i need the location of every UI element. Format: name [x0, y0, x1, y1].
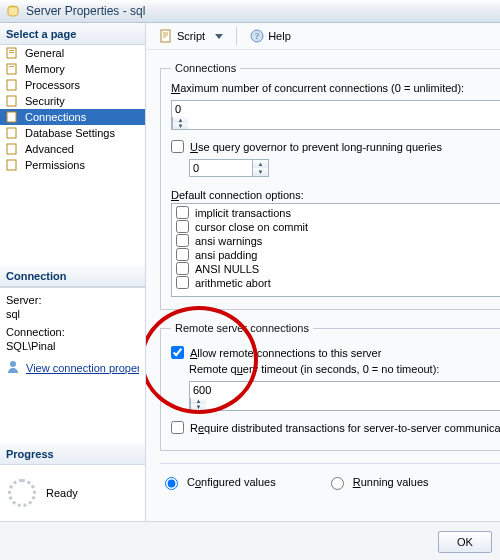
svg-rect-3	[9, 52, 14, 53]
spin-up-icon[interactable]: ▲	[253, 160, 268, 168]
sidebar-item-database-settings[interactable]: Database Settings	[0, 125, 145, 141]
opt-arithmetic-abort[interactable]	[176, 276, 189, 289]
configured-values-input[interactable]	[165, 477, 178, 490]
toolbar: Script ? Help	[146, 23, 500, 50]
svg-rect-10	[7, 144, 16, 154]
sidebar-item-processors[interactable]: Processors	[0, 77, 145, 93]
remote-group: Remote server connections Allow remote c…	[160, 322, 500, 451]
use-query-governor-label: Use query governor to prevent long-runni…	[190, 141, 442, 153]
query-governor-input[interactable]	[190, 160, 252, 176]
remote-timeout-stepper[interactable]: ▲▼	[189, 381, 500, 411]
page-icon	[6, 143, 20, 155]
connection-header: Connection	[0, 265, 145, 287]
sidebar-item-general[interactable]: General	[0, 45, 145, 61]
spin-down-icon[interactable]: ▼	[173, 123, 188, 129]
max-connections-stepper[interactable]: ▲▼	[171, 100, 500, 130]
right-panel: Script ? Help Connections MMaximum numbe…	[146, 23, 500, 521]
page-tree: General Memory Processors Security Conne…	[0, 45, 145, 265]
svg-rect-13	[161, 30, 170, 42]
opt-label: ansi warnings	[195, 235, 262, 247]
help-button[interactable]: ? Help	[245, 26, 296, 46]
sidebar-item-label: Advanced	[25, 143, 74, 155]
allow-remote-checkbox[interactable]	[171, 346, 184, 359]
connection-value: SQL\Pinal	[6, 340, 139, 352]
server-value: sql	[6, 308, 139, 320]
page-icon	[6, 111, 20, 123]
configured-values-label: Configured values	[187, 476, 276, 488]
progress-panel: Ready	[0, 465, 145, 521]
sidebar-item-advanced[interactable]: Advanced	[0, 141, 145, 157]
left-panel: Select a page General Memory Processors …	[0, 23, 146, 521]
page-icon	[6, 159, 20, 171]
use-query-governor-checkbox[interactable]	[171, 140, 184, 153]
require-distributed-checkbox[interactable]	[171, 421, 184, 434]
select-page-header: Select a page	[0, 23, 145, 45]
svg-rect-4	[7, 64, 16, 74]
require-distributed-label: Require distributed transactions for ser…	[190, 422, 500, 434]
chevron-down-icon	[215, 34, 223, 39]
running-values-input[interactable]	[331, 477, 344, 490]
opt-ansi-padding[interactable]	[176, 248, 189, 261]
running-values-radio[interactable]: Running values Running values	[326, 474, 429, 490]
page-icon	[6, 47, 20, 59]
sidebar-item-label: Connections	[25, 111, 86, 123]
opt-ansi-nulls[interactable]	[176, 262, 189, 275]
svg-rect-11	[7, 160, 16, 170]
spin-down-icon[interactable]: ▼	[191, 404, 206, 410]
opt-implicit-transactions[interactable]	[176, 206, 189, 219]
opt-label: ANSI NULLS	[195, 263, 259, 275]
connections-legend: Connections	[171, 62, 240, 74]
svg-rect-5	[9, 66, 14, 67]
sidebar-item-label: Permissions	[25, 159, 85, 171]
remote-timeout-label: Remote query timeout (in seconds, 0 = no…	[189, 363, 500, 375]
view-connection-properties-link[interactable]: View connection properties	[26, 362, 139, 374]
page-icon	[6, 63, 20, 75]
page-icon	[6, 95, 20, 107]
default-options-list[interactable]: implicit transactions cursor close on co…	[171, 203, 500, 297]
dialog-button-bar: OK	[0, 521, 500, 560]
max-connections-label: MMaximum number of concurrent connection…	[171, 82, 500, 94]
spin-down-icon[interactable]: ▼	[253, 168, 268, 176]
help-icon: ?	[250, 29, 264, 43]
page-icon	[6, 79, 20, 91]
script-icon	[159, 29, 173, 43]
help-label: Help	[268, 30, 291, 42]
page-icon	[6, 127, 20, 139]
script-button[interactable]: Script	[154, 26, 228, 46]
content-area: Connections MMaximum number of concurren…	[146, 50, 500, 521]
opt-label: ansi padding	[195, 249, 257, 261]
svg-point-12	[10, 361, 16, 367]
remote-timeout-input[interactable]	[190, 382, 252, 398]
allow-remote-label: Allow remote connections to this server	[190, 347, 381, 359]
svg-rect-9	[7, 128, 16, 138]
window-title: Server Properties - sql	[26, 4, 145, 18]
progress-spinner-icon	[8, 479, 36, 507]
svg-rect-2	[9, 50, 14, 51]
default-options-label: Default connection options: Default conn…	[171, 189, 500, 201]
opt-ansi-warnings[interactable]	[176, 234, 189, 247]
configured-values-radio[interactable]: Configured values Configured values	[160, 474, 276, 490]
script-label: Script	[177, 30, 205, 42]
progress-header: Progress	[0, 443, 145, 465]
opt-cursor-close[interactable]	[176, 220, 189, 233]
server-label: Server:	[6, 294, 139, 306]
connection-label: Connection:	[6, 326, 139, 338]
svg-rect-6	[7, 80, 16, 90]
max-connections-input[interactable]	[172, 101, 234, 117]
ok-button[interactable]: OK	[438, 531, 492, 553]
opt-label: cursor close on commit	[195, 221, 308, 233]
sidebar-item-label: Security	[25, 95, 65, 107]
query-governor-stepper[interactable]: ▲▼	[189, 159, 269, 177]
sidebar-item-connections[interactable]: Connections	[0, 109, 145, 125]
sidebar-item-security[interactable]: Security	[0, 93, 145, 109]
remote-legend: Remote server connections	[171, 322, 313, 334]
running-values-label: Running values	[353, 476, 429, 488]
sidebar-item-label: General	[25, 47, 64, 59]
sidebar-item-label: Memory	[25, 63, 65, 75]
sidebar-item-label: Processors	[25, 79, 80, 91]
opt-label: implicit transactions	[195, 207, 291, 219]
main-layout: Select a page General Memory Processors …	[0, 23, 500, 521]
sidebar-item-permissions[interactable]: Permissions	[0, 157, 145, 173]
user-icon	[6, 360, 20, 376]
sidebar-item-memory[interactable]: Memory	[0, 61, 145, 77]
